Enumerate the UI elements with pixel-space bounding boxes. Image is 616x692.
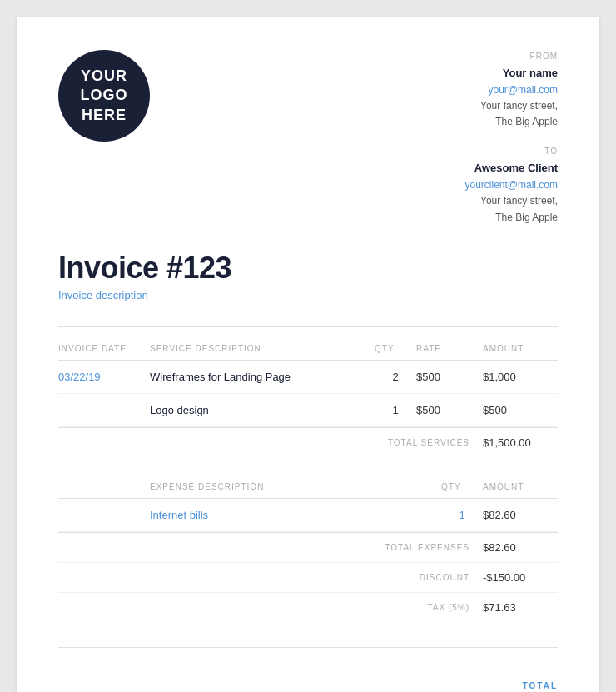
services-section: INVOICE DATE SERVICE DESCRIPTION QTY RAT… <box>58 344 558 457</box>
expense-row-1-amount: $82.60 <box>483 509 558 521</box>
from-name: Your name <box>464 65 558 82</box>
tax-value: $71.63 <box>483 601 558 614</box>
to-street: Your fancy street, <box>464 193 558 209</box>
total-label-big: TOTAL <box>425 681 558 690</box>
invoice-description: Invoice description <box>58 289 558 301</box>
invoice-title: Invoice #123 <box>58 251 558 286</box>
from-label: FROM <box>464 50 558 63</box>
expenses-total-row: TOTAL EXPENSES $82.60 <box>58 532 558 562</box>
service-row-2-desc: Logo design <box>150 404 375 416</box>
logo: YOUR LOGO HERE <box>58 50 150 142</box>
expenses-total-value: $82.60 <box>483 541 558 554</box>
from-to-section: FROM Your name your@mail.com Your fancy … <box>464 50 558 226</box>
expenses-total-label: TOTAL EXPENSES <box>375 543 483 552</box>
to-city: The Big Apple <box>464 210 558 226</box>
to-email: yourclient@mail.com <box>464 177 558 193</box>
divider-2 <box>58 647 558 648</box>
discount-value: -$150.00 <box>483 571 558 584</box>
from-street: Your fancy street, <box>464 98 558 114</box>
exp-col-qty-header: QTY <box>441 482 483 491</box>
invoice-page: YOUR LOGO HERE FROM Your name your@mail.… <box>17 17 599 692</box>
service-row-2-rate: $500 <box>416 404 483 416</box>
col-amount-header: AMOUNT <box>483 344 558 353</box>
expenses-table-header: EXPENSE DESCRIPTION QTY AMOUNT <box>58 482 558 499</box>
service-row-1-desc: Wireframes for Landing Page <box>150 371 375 383</box>
divider-1 <box>58 326 558 327</box>
exp-col-amount-header: AMOUNT <box>483 482 558 491</box>
total-section: TOTAL $1,504.23 <box>425 681 558 692</box>
to-label: TO <box>464 145 558 158</box>
invoice-header: YOUR LOGO HERE FROM Your name your@mail.… <box>58 50 558 226</box>
tax-row: TAX (5%) $71.63 <box>58 592 558 622</box>
expense-row-1-qty: 1 <box>441 509 483 521</box>
tax-label: TAX (5%) <box>375 603 483 612</box>
col-date-header: INVOICE DATE <box>58 344 150 353</box>
to-name: Awesome Client <box>464 160 558 177</box>
services-total-value: $1,500.00 <box>483 436 558 449</box>
expenses-section: EXPENSE DESCRIPTION QTY AMOUNT Internet … <box>58 482 558 622</box>
exp-col-placeholder <box>58 482 150 491</box>
services-total-label: TOTAL SERVICES <box>375 438 483 447</box>
service-row-1-amount: $1,000 <box>483 371 558 383</box>
logo-line3: HERE <box>82 106 127 125</box>
to-section: TO Awesome Client yourclient@mail.com Yo… <box>464 145 558 225</box>
from-city: The Big Apple <box>464 114 558 130</box>
services-table-header: INVOICE DATE SERVICE DESCRIPTION QTY RAT… <box>58 344 558 361</box>
service-row-2-amount: $500 <box>483 404 558 416</box>
service-row-1-qty: 2 <box>375 371 416 383</box>
discount-row: DISCOUNT -$150.00 <box>58 562 558 592</box>
invoice-footer: INVOICE DUE 03/22/19 TOTAL $1,504.23 <box>58 681 558 692</box>
service-row-1-rate: $500 <box>416 371 483 383</box>
from-section: FROM Your name your@mail.com Your fancy … <box>464 50 558 130</box>
exp-col-desc-header: EXPENSE DESCRIPTION <box>150 482 441 491</box>
logo-line2: LOGO <box>81 86 128 105</box>
col-rate-header: RATE <box>416 344 483 353</box>
service-row-2: Logo design 1 $500 $500 <box>58 394 558 427</box>
service-row-1: 03/22/19 Wireframes for Landing Page 2 $… <box>58 361 558 394</box>
invoice-title-section: Invoice #123 Invoice description <box>58 251 558 301</box>
service-row-1-date: 03/22/19 <box>58 371 150 383</box>
col-qty-header: QTY <box>375 344 416 353</box>
service-row-2-qty: 1 <box>375 404 416 416</box>
discount-label: DISCOUNT <box>375 573 483 582</box>
expense-row-1-desc: Internet bills <box>150 509 441 521</box>
from-email: your@mail.com <box>464 82 558 98</box>
col-desc-header: SERVICE DESCRIPTION <box>150 344 375 353</box>
expense-row-1: Internet bills 1 $82.60 <box>58 499 558 532</box>
services-total-row: TOTAL SERVICES $1,500.00 <box>58 427 558 457</box>
logo-line1: YOUR <box>81 67 127 86</box>
